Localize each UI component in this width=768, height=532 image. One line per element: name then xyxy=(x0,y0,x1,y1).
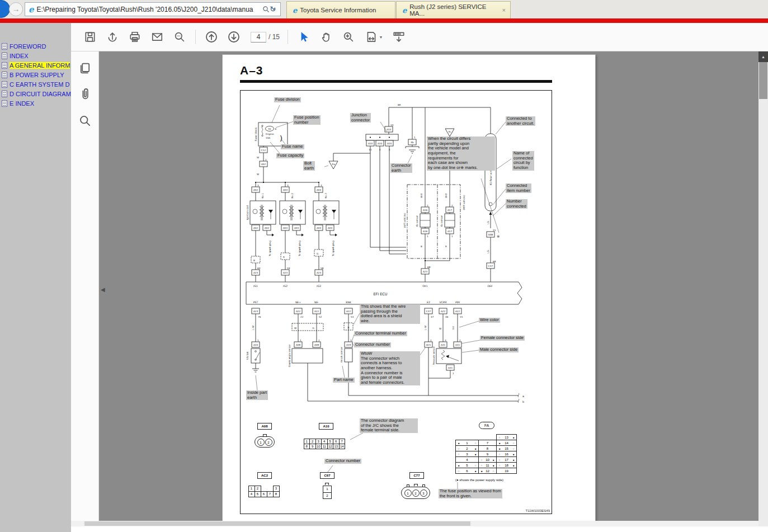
refresh-icon[interactable]: ↻ xyxy=(270,4,276,13)
find-icon xyxy=(173,31,186,43)
wire-color-label: LG xyxy=(487,250,489,253)
scrollbar-thumb[interactable] xyxy=(759,62,767,99)
pdf-toolbar: / 15 ▼ xyxy=(71,23,768,51)
wire-color-label: B xyxy=(348,326,350,329)
toolbar-expand-button[interactable] xyxy=(389,27,408,46)
coil-number-label: No.1 xyxy=(261,193,264,199)
bookmarks-sidebar: FOREWORD INDEX A GENERAL INFORM B POWER … xyxy=(0,23,71,532)
sidebar-item-e-index[interactable]: E INDEX xyxy=(2,98,71,108)
callout-fuse-capacity: Fuse capacity xyxy=(276,153,304,158)
browser-window: → e ▼ ↻ e Toyota Service Information e R… xyxy=(0,0,768,532)
connector-number: A02 xyxy=(253,227,258,229)
tab-close-icon[interactable]: × xyxy=(502,7,506,13)
reference-mark: ※ xyxy=(497,234,500,239)
wire-color-label: L-W xyxy=(424,326,427,330)
connector-c67: 12 xyxy=(323,486,332,499)
page-number-input[interactable] xyxy=(251,32,266,43)
tab-toyota-service-information[interactable]: e Toyota Service Information xyxy=(286,1,395,18)
fuse-position-number: 6 xyxy=(275,128,277,130)
fuse-block-label: Fuse block xyxy=(255,128,257,142)
connector-number: C37 xyxy=(426,310,431,313)
connector-number: A02 xyxy=(253,189,258,191)
callout-fuse-position: Fuse position number xyxy=(293,115,321,125)
callout-fuse-name: Fuse name xyxy=(281,144,304,149)
terminal-number: 10 xyxy=(390,124,394,126)
wire-color-label: L-W xyxy=(252,326,255,330)
spark-plug-label: To spark plug xyxy=(332,241,334,257)
terminal-number: 1 xyxy=(350,339,352,342)
print-button[interactable] xyxy=(125,27,144,46)
sidebar-item-foreword[interactable]: FOREWORD xyxy=(2,41,71,51)
address-input[interactable] xyxy=(37,6,263,13)
scrollbar-up-button[interactable]: ▲ xyxy=(758,51,768,62)
connector-number: A04 xyxy=(328,227,333,229)
oxygen-sensor-group: (A/T vehicle) (M/T vehicle) W-B 2 A16 A1… xyxy=(403,185,465,282)
sidebar-item-general-information[interactable]: A GENERAL INFORM xyxy=(2,60,71,70)
next-page-button[interactable] xyxy=(224,27,243,46)
wire-color-label: W xyxy=(257,173,259,176)
wire-color-label: B xyxy=(253,259,255,262)
connector-number: A22 xyxy=(455,310,460,313)
address-bar[interactable]: e ▼ xyxy=(25,2,281,16)
connector-number: C12 xyxy=(261,149,266,152)
terminal-number: 76 xyxy=(258,316,261,318)
junction-connector-group: 10 A10 A10 A10 A10 11 4 xyxy=(366,107,406,254)
fit-width-icon xyxy=(365,31,378,43)
tab-rush-service-manual[interactable]: e Rush (J2 series) SERVICE MA... × xyxy=(396,1,511,18)
hand-tool-button[interactable] xyxy=(317,27,336,46)
terminal-number: 1 xyxy=(300,339,301,342)
ecu-terminal-label: OX1 xyxy=(422,285,427,288)
wire-color-label: R xyxy=(445,245,447,248)
terminal-number: 52 xyxy=(319,316,322,318)
search-panel-button[interactable] xyxy=(78,114,92,128)
sidebar-item-index[interactable]: INDEX xyxy=(2,51,71,60)
horizontal-scrollbar[interactable] xyxy=(71,521,758,526)
callout-name-of-circuit: Name of connected circuit by function xyxy=(512,151,534,171)
connector-number: A04 xyxy=(317,227,322,229)
connector-id-c77: C77 xyxy=(409,472,424,479)
vehicle-variant-label: (M/T vehicle) xyxy=(463,195,465,210)
email-button[interactable] xyxy=(148,27,167,46)
scrollbar-thumb[interactable] xyxy=(84,521,470,526)
find-button[interactable] xyxy=(170,27,189,46)
previous-page-button[interactable] xyxy=(202,27,221,46)
callout-number-connected: Number connected xyxy=(506,199,527,209)
hand-icon xyxy=(320,31,332,43)
fuse-cell: ○17● xyxy=(496,456,517,463)
connector-pin: 1 xyxy=(257,439,265,446)
connector-id-a08: A08 xyxy=(257,423,272,430)
connector-tab xyxy=(325,483,329,485)
earth-id-label: Xa xyxy=(332,163,335,166)
wire-color-label: LG xyxy=(487,221,489,224)
title-rule xyxy=(240,80,552,83)
fit-width-button[interactable]: ▼ xyxy=(361,27,386,46)
ecu-terminal-label: IG2 xyxy=(283,285,288,288)
sidebar-item-power-supply[interactable]: B POWER SUPPLY xyxy=(2,70,71,79)
sidebar-item-earth-system[interactable]: C EARTH SYSTEM D xyxy=(2,79,71,89)
continuation-mark: a xyxy=(522,394,524,398)
upload-button[interactable] xyxy=(103,27,122,46)
collapse-panel-icon[interactable]: ◀ xyxy=(101,286,105,293)
fuse-cell: ○18● xyxy=(496,462,517,468)
forward-button[interactable]: → xyxy=(9,2,23,16)
save-button[interactable] xyxy=(81,27,100,46)
terminal-number: 3 xyxy=(445,339,446,342)
connector-number: A10 xyxy=(253,343,258,346)
part-name-label: Knock sensor xyxy=(340,347,343,362)
connector-number: A23 xyxy=(253,310,258,313)
page-thumbnails-button[interactable] xyxy=(78,62,92,75)
callout-circuit-differs: When the circuit differs partly dependin… xyxy=(427,136,495,171)
terminal-number: 2 xyxy=(451,204,453,207)
terminal-number: 3 xyxy=(287,184,289,187)
search-icon[interactable] xyxy=(262,6,270,13)
terminal-number: 60 xyxy=(257,267,261,270)
document-icon xyxy=(2,100,7,107)
fuse-cell: ●14○ xyxy=(496,440,517,446)
select-tool-button[interactable] xyxy=(294,27,313,46)
paperclip-icon xyxy=(78,87,92,101)
terminal-number: 1 xyxy=(257,339,259,342)
vertical-scrollbar[interactable]: ▲ xyxy=(758,51,768,526)
attachments-button[interactable] xyxy=(78,87,92,101)
zoom-in-button[interactable] xyxy=(339,27,358,46)
sidebar-item-circuit-diagram[interactable]: D CIRCUIT DIAGRAM xyxy=(2,89,71,98)
